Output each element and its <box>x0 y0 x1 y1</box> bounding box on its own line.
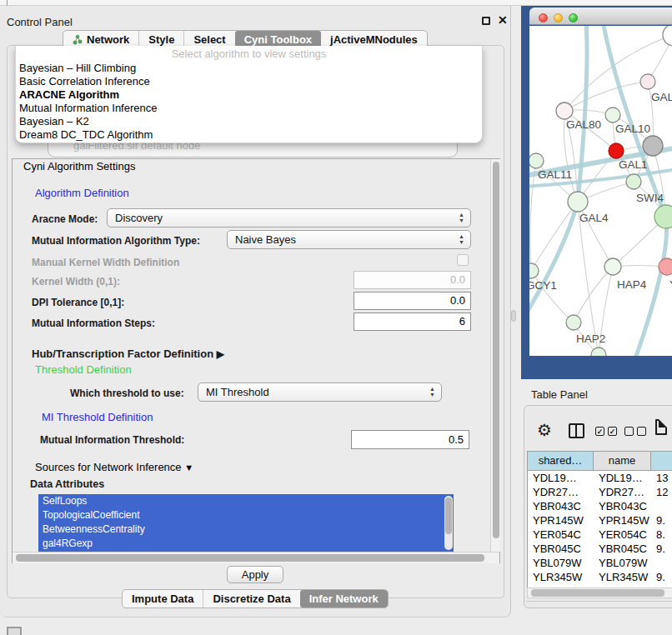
network-edge[interactable] <box>530 161 536 271</box>
algorithm-option[interactable]: Bayesian – Hill Climbing <box>16 62 482 75</box>
algorithm-option[interactable]: ARACNE Algorithm <box>16 88 482 102</box>
aracne-mode-combo[interactable]: Discovery ▲▼ <box>107 208 471 228</box>
attribute-item[interactable]: TopologicalCoefficient <box>38 508 454 522</box>
network-graph[interactable]: GALGAL80GAL10GAL1GAL11SWI4GAL4GCY1HAP4YH… <box>529 26 672 356</box>
settings-horizontal-scrollbar[interactable] <box>13 552 499 563</box>
manual-kernel-checkbox[interactable] <box>457 254 469 266</box>
node-bottom[interactable] <box>591 348 606 356</box>
apply-button[interactable]: Apply <box>227 566 283 583</box>
node-gal11-label: GAL11 <box>538 168 572 181</box>
settings-vscroll-thumb[interactable] <box>493 162 499 538</box>
algorithm-option[interactable]: Bayesian – K2 <box>16 115 482 128</box>
node-gray[interactable] <box>643 136 663 156</box>
minimize-traffic-icon[interactable] <box>554 13 563 22</box>
table-cell: YER054C <box>528 528 594 542</box>
close-icon[interactable]: ✕ <box>498 13 508 27</box>
network-window-titlebar[interactable] <box>529 8 672 25</box>
mi-threshold-definition-legend: MI Threshold Definition <box>38 411 156 423</box>
node-gcy1[interactable] <box>529 263 539 278</box>
node-gal1[interactable] <box>609 143 624 158</box>
node-gal80[interactable] <box>556 102 573 119</box>
window-edge-tick <box>7 0 8 6</box>
node-gal11[interactable] <box>529 153 544 168</box>
mi-threshold-field[interactable]: 0.5 <box>351 430 469 449</box>
attribute-item[interactable]: SelfLoops <box>38 494 454 508</box>
attributes-list-scrollbar[interactable] <box>444 496 453 550</box>
tab-impute-data[interactable]: Impute Data <box>123 590 203 608</box>
unchecked-columns-icon[interactable] <box>624 427 646 436</box>
node-gal80-label: GAL80 <box>566 118 601 131</box>
table-cell: 9. <box>651 570 672 584</box>
bottom-tabbar: Impute DataDiscretize DataInfer Network <box>122 589 389 608</box>
table-row[interactable]: YDR27…YDR27…12 <box>528 485 672 499</box>
aracne-mode-value: Discovery <box>115 212 163 224</box>
split-columns-icon[interactable] <box>569 423 584 438</box>
tab-infer-network[interactable]: Infer Network <box>300 590 388 608</box>
gear-icon[interactable]: ⚙ <box>537 420 552 440</box>
attributes-list-scroll-thumb[interactable] <box>445 498 452 534</box>
attribute-item[interactable]: BetweennessCentrality <box>38 522 454 537</box>
table-row[interactable]: YPR145WYPR145W9. <box>528 513 672 528</box>
network-edge[interactable] <box>578 26 587 202</box>
screenshot-root: Control Panel ✕ NetworkStyleSelectCyni T… <box>0 0 672 635</box>
algorithm-option[interactable]: Basic Correlation Inference <box>16 75 482 88</box>
table-hscroll-thumb[interactable] <box>531 589 664 597</box>
which-threshold-label: Which threshold to use: <box>70 388 184 399</box>
node-top-right[interactable] <box>663 26 672 46</box>
expand-arrow-icon[interactable]: ▶ <box>217 348 224 360</box>
tab-label: Network <box>87 33 129 46</box>
node-swi4-label: SWI4 <box>636 192 664 204</box>
node-hap2[interactable] <box>566 315 581 330</box>
splitter-handle[interactable] <box>511 310 516 322</box>
column-header-2[interactable]: A <box>651 452 672 471</box>
network-view[interactable]: GALGAL80GAL10GAL1GAL11SWI4GAL4GCY1HAP4YH… <box>529 26 672 356</box>
collapse-arrow-icon[interactable]: ▼ <box>184 462 193 472</box>
float-window-icon[interactable] <box>482 17 490 25</box>
control-panel-title: Control Panel <box>7 16 73 28</box>
table-row[interactable]: YBR043CYBR043C <box>528 499 672 513</box>
sources-legend-label: Sources for Network Inference <box>35 461 182 473</box>
table-row[interactable]: YBR045CYBR045C9. <box>528 542 672 556</box>
algorithm-option[interactable]: Dream8 DC_TDC Algorithm <box>16 128 482 142</box>
manual-kernel-label: Manual Kernel Width Definition <box>32 257 179 268</box>
dpi-tolerance-label: DPI Tolerance [0,1]: <box>32 297 124 308</box>
node-big-green[interactable] <box>654 205 672 228</box>
document-icon[interactable] <box>655 419 667 435</box>
zoom-traffic-icon[interactable] <box>569 13 578 22</box>
settings-vertical-scrollbar[interactable] <box>490 159 500 552</box>
node-salmon[interactable] <box>659 258 672 275</box>
kernel-width-field[interactable]: 0.0 <box>354 271 471 289</box>
checked-columns-icon[interactable]: ✓ ✓ <box>595 427 617 436</box>
node-gal4[interactable] <box>568 192 588 212</box>
node-swi4[interactable] <box>626 174 641 189</box>
table-horizontal-scrollbar[interactable] <box>527 588 672 598</box>
node-gal-pink-label: GAL <box>651 91 672 103</box>
dpi-tolerance-field[interactable]: 0.0 <box>354 292 471 310</box>
table-cell: 9. <box>651 513 672 528</box>
table-row[interactable]: YDL19…YDL19…13 <box>528 471 672 485</box>
settings-hscroll-thumb[interactable] <box>16 554 484 562</box>
attribute-item[interactable]: gal4RGexp <box>38 537 454 551</box>
hub-definition-toggle[interactable]: Hub/Transcription Factor Definition ▶ <box>32 348 224 360</box>
node-gal10[interactable] <box>605 108 620 122</box>
close-traffic-icon[interactable] <box>539 13 548 22</box>
algorithm-option[interactable]: Mutual Information Inference <box>16 102 482 115</box>
column-header-1[interactable]: name <box>594 452 651 471</box>
table-row[interactable]: YBL079WYBL079W <box>528 556 672 570</box>
dropdown-prompt: Select algorithm to view settings <box>16 46 482 62</box>
node-hap4[interactable] <box>604 258 621 275</box>
data-attributes-list[interactable]: SelfLoopsTopologicalCoefficientBetweenne… <box>38 494 454 552</box>
network-edge[interactable] <box>564 82 648 111</box>
mi-steps-field[interactable]: 6 <box>354 312 471 331</box>
table-row[interactable]: YLR345WYLR345W9. <box>528 570 672 584</box>
which-threshold-combo[interactable]: MI Threshold ▲▼ <box>198 382 442 402</box>
node-gal-pink[interactable] <box>640 74 655 89</box>
column-header-0[interactable]: shared… <box>528 452 594 471</box>
minimized-panel-icon[interactable] <box>7 627 22 635</box>
table-cell: 12 <box>651 485 672 499</box>
tab-discretize-data[interactable]: Discretize Data <box>203 590 299 608</box>
table-row[interactable]: YER054CYER054C8. <box>528 528 672 542</box>
sources-legend[interactable]: Sources for Network Inference ▼ <box>32 461 197 473</box>
mi-type-combo[interactable]: Naive Bayes ▲▼ <box>227 230 471 249</box>
table-cell: YPR145W <box>594 513 651 528</box>
